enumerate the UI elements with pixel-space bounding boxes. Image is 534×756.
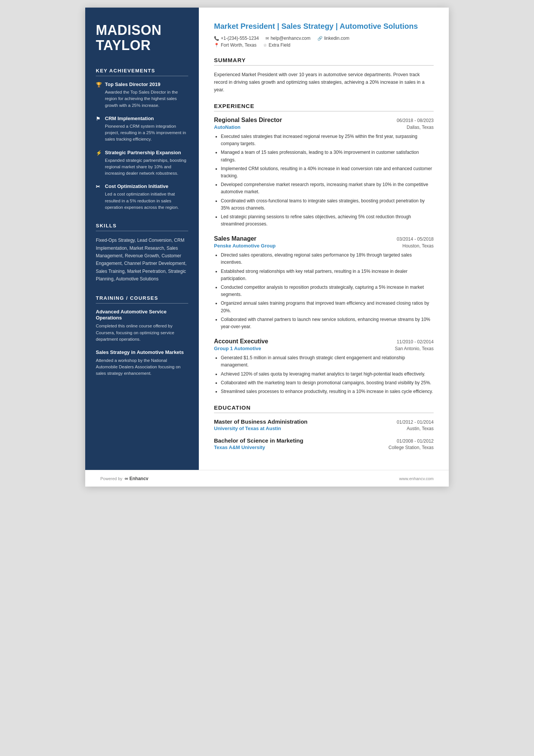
achievement-title-1: 🏆 Top Sales Director 2019 [96,81,188,88]
bullet-1-5: Coordinated with cross-functional teams … [221,197,434,212]
bullet-1-2: Managed a team of 15 sales professionals… [221,149,434,163]
edu-dates-2: 01/2008 - 01/2012 [397,438,434,444]
job-item-3: Account Executive 11/2010 - 02/2014 Grou… [214,338,434,395]
job-role-3: Account Executive [214,338,268,345]
resume-body: MADISON TAYLOR KEY ACHIEVEMENTS 🏆 Top Sa… [85,8,449,470]
edu-location-1: Austin, Texas [407,426,434,431]
lightning-icon: ⚡ [96,150,102,156]
summary-section-title: SUMMARY [214,57,434,66]
job-dates-2: 03/2014 - 05/2018 [397,236,434,242]
bullet-2-5: Collaborated with channel partners to la… [221,316,434,330]
job-item-1: Regional Sales Director 06/2018 - 08/202… [214,117,434,228]
achievements-section-title: KEY ACHIEVEMENTS [96,68,188,76]
job-title: Market President | Sales Strategy | Auto… [214,21,434,31]
job-bullets-3: Generated $1.5 million in annual sales t… [214,354,434,395]
edu-item-1: Master of Business Administration 01/201… [214,418,434,431]
job-location-1: Dallas, Texas [407,125,434,130]
flag-icon: ⚑ [96,116,102,122]
edu-header-1: Master of Business Administration 01/201… [214,418,434,425]
job-role-2: Sales Manager [214,235,256,242]
edu-degree-1: Master of Business Administration [214,418,308,425]
email-contact: ✉ help@enhancv.com [265,36,310,41]
job-dates-1: 06/2018 - 08/2023 [397,118,434,123]
bullet-3-1: Generated $1.5 million in annual sales t… [221,354,434,369]
edu-degree-2: Bachelor of Science in Marketing [214,437,303,444]
enhancv-logo: ∞ Enhancv [125,476,148,481]
job-dates-3: 11/2010 - 02/2014 [397,339,434,344]
edu-item-2: Bachelor of Science in Marketing 01/2008… [214,437,434,450]
sidebar: MADISON TAYLOR KEY ACHIEVEMENTS 🏆 Top Sa… [85,8,199,470]
extra-contact: ☆ Extra Field [263,42,290,48]
training-desc-2: Attended a workshop by the National Auto… [96,357,188,377]
logo-icon: ∞ [125,476,128,481]
edu-school-2: Texas A&M University [214,445,265,450]
trophy-icon: 🏆 [96,82,102,88]
job-company-row-3: Group 1 Automotive San Antonio, Texas [214,346,434,351]
training-section-title: TRAINING / COURSES [96,295,188,304]
footer-website: www.enhancv.com [399,476,434,481]
job-company-1: AutoNation [214,124,240,130]
job-company-2: Penske Automotive Group [214,243,276,249]
contact-row-2: 📍 Fort Worth, Texas ☆ Extra Field [214,42,434,48]
achievement-desc-1: Awarded the Top Sales Director in the re… [96,89,188,109]
job-company-row-1: AutoNation Dallas, Texas [214,124,434,130]
job-location-2: Houston, Texas [403,243,434,249]
education-section-title: EDUCATION [214,404,434,413]
training-title-1: Advanced Automotive Service Operations [96,309,188,322]
contact-row-1: 📞 +1-(234)-555-1234 ✉ help@enhancv.com 🔗… [214,36,434,41]
bullet-2-1: Directed sales operations, elevating reg… [221,252,434,266]
edu-dates-1: 01/2012 - 01/2014 [397,419,434,425]
job-header-3: Account Executive 11/2010 - 02/2014 [214,338,434,345]
job-location-3: San Antonio, Texas [395,346,434,351]
location-icon: 📍 [214,43,219,48]
edu-school-row-1: University of Texas at Austin Austin, Te… [214,426,434,431]
training-item-1: Advanced Automotive Service Operations C… [96,309,188,343]
linkedin-icon: 🔗 [317,36,323,41]
edu-school-1: University of Texas at Austin [214,426,281,431]
achievement-title-2: ⚑ CRM Implementation [96,116,188,122]
bullet-2-2: Established strong relationships with ke… [221,268,434,282]
job-bullets-2: Directed sales operations, elevating reg… [214,252,434,330]
experience-section-title: EXPERIENCE [214,103,434,111]
achievement-item-1: 🏆 Top Sales Director 2019 Awarded the To… [96,81,188,109]
resume-wrapper: MADISON TAYLOR KEY ACHIEVEMENTS 🏆 Top Sa… [85,8,449,487]
linkedin-contact: 🔗 linkedin.com [317,36,350,41]
bullet-1-3: Implemented CRM solutions, resulting in … [221,165,434,180]
bullet-3-4: Streamlined sales processes to enhance p… [221,388,434,395]
star-icon: ☆ [263,43,267,48]
job-role-1: Regional Sales Director [214,117,282,124]
training-title-2: Sales Strategy in Automotive Markets [96,349,188,356]
achievement-desc-2: Pioneered a CRM system integration proje… [96,123,188,143]
edu-location-2: College Station, Texas [389,445,434,450]
footer-left: Powered by ∞ Enhancv [100,476,148,481]
job-header-2: Sales Manager 03/2014 - 05/2018 [214,235,434,242]
summary-text: Experienced Market President with over 1… [214,71,434,94]
bullet-1-1: Executed sales strategies that increased… [221,133,434,147]
powered-by-text: Powered by [100,476,122,481]
phone-contact: 📞 +1-(234)-555-1234 [214,36,259,41]
scissors-icon: ✂ [96,184,102,189]
achievement-desc-4: Led a cost optimization initiative that … [96,191,188,211]
bullet-3-3: Collaborated with the marketing team to … [221,379,434,387]
candidate-name: MADISON TAYLOR [96,23,188,53]
skills-text: Fixed-Ops Strategy, Lead Conversion, CRM… [96,236,188,283]
achievement-item-4: ✂ Cost Optimization Initiative Led a cos… [96,183,188,211]
location-contact: 📍 Fort Worth, Texas [214,42,256,48]
job-item-2: Sales Manager 03/2014 - 05/2018 Penske A… [214,235,434,330]
skills-section-title: SKILLS [96,223,188,231]
job-company-3: Group 1 Automotive [214,346,261,351]
achievement-item-2: ⚑ CRM Implementation Pioneered a CRM sys… [96,116,188,143]
main-content: Market President | Sales Strategy | Auto… [199,8,449,470]
phone-icon: 📞 [214,36,219,41]
achievement-desc-3: Expanded strategic partnerships, boostin… [96,157,188,177]
achievement-item-3: ⚡ Strategic Partnership Expansion Expand… [96,150,188,177]
job-header-1: Regional Sales Director 06/2018 - 08/202… [214,117,434,124]
training-desc-1: Completed this online course offered by … [96,323,188,343]
bullet-1-4: Developed comprehensive market research … [221,181,434,196]
bullet-1-6: Led strategic planning sessions to refin… [221,213,434,228]
job-company-row-2: Penske Automotive Group Houston, Texas [214,243,434,249]
footer: Powered by ∞ Enhancv www.enhancv.com [85,470,449,487]
achievement-title-4: ✂ Cost Optimization Initiative [96,183,188,189]
bullet-3-2: Achieved 120% of sales quota by leveragi… [221,371,434,378]
bullet-2-4: Organized annual sales training programs… [221,300,434,314]
